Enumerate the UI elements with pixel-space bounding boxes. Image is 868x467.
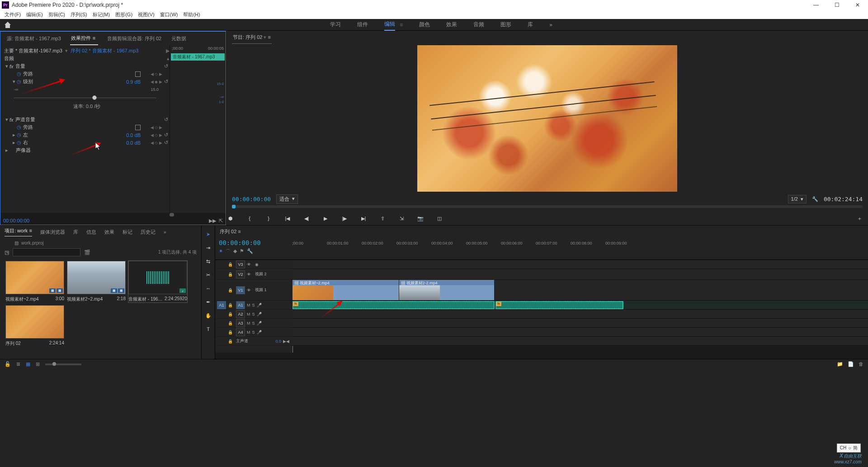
- home-icon[interactable]: [1, 19, 14, 31]
- clapper-icon[interactable]: 🎬: [84, 250, 90, 255]
- ws-graphics[interactable]: 图形: [500, 19, 511, 30]
- ws-overflow[interactable]: »: [549, 20, 552, 30]
- extract-icon[interactable]: ⇲: [397, 216, 406, 222]
- ime-indicator[interactable]: CH ☼ 简: [837, 443, 861, 453]
- comparison-icon[interactable]: ◫: [435, 216, 443, 222]
- timeline-timecode[interactable]: 00:00:00:00: [219, 239, 288, 246]
- menu-window[interactable]: 窗口(W): [157, 11, 181, 18]
- bin-icon[interactable]: ◳: [5, 250, 9, 255]
- marker-icon[interactable]: ◆: [233, 248, 237, 255]
- tab-markers[interactable]: 标记: [123, 229, 132, 236]
- program-fit-select[interactable]: 适合▾: [276, 194, 298, 204]
- step-back-icon[interactable]: ◀|: [302, 216, 311, 222]
- menu-clip[interactable]: 剪辑(C): [46, 11, 68, 18]
- tab-media-browser[interactable]: 媒体浏览器: [40, 229, 65, 236]
- program-monitor[interactable]: [226, 44, 868, 193]
- program-zoom-select[interactable]: 1/2▾: [788, 195, 807, 203]
- pen-tool-icon[interactable]: ✒: [204, 298, 212, 306]
- track-a4-head[interactable]: 🔒A4 MS🎤: [215, 328, 292, 337]
- timeline-tracks[interactable]: ▦ 视频素材~2.mp4 ▦ 视频素材2-2.mp4 fx fx: [292, 260, 868, 353]
- selection-tool-icon[interactable]: ➤: [204, 230, 212, 238]
- sequence-clip-link[interactable]: 序列 02 * 音频素材 - 1967.mp3: [71, 47, 138, 54]
- hand-tool-icon[interactable]: ✋: [204, 311, 212, 320]
- track-v1-head[interactable]: 🔒V1👁视频 1: [215, 280, 292, 301]
- freeform-icon[interactable]: ⊞: [36, 361, 40, 367]
- new-bin-icon[interactable]: 📁: [837, 361, 843, 367]
- level-slider[interactable]: [14, 94, 156, 103]
- snap-icon[interactable]: ⁕: [219, 248, 223, 255]
- wrench-icon[interactable]: 🔧: [247, 248, 253, 255]
- minimize-button[interactable]: —: [806, 0, 826, 10]
- level-value[interactable]: 0.9 dB: [118, 79, 141, 85]
- tab-info[interactable]: 信息: [86, 229, 96, 236]
- track-v3-head[interactable]: 🔒V3👁◉: [215, 260, 292, 269]
- source-export-icon[interactable]: ⇱: [219, 218, 223, 224]
- play-icon[interactable]: ▶: [321, 216, 330, 222]
- program-scrubber[interactable]: [226, 205, 868, 212]
- menu-file[interactable]: 文件(F): [2, 11, 24, 18]
- program-tc-left[interactable]: 00:00:00:00: [232, 196, 271, 203]
- tab-effects[interactable]: 效果: [104, 229, 114, 236]
- project-bin[interactable]: ▦▦ 视频素材~2.mp43:00 ▦▦ 视频素材2~2.mp42:18 ♪ 音…: [0, 257, 201, 359]
- search-input[interactable]: [13, 248, 80, 256]
- bin-item[interactable]: ▦▦ 视频素材~2.mp43:00: [5, 261, 64, 302]
- bin-item[interactable]: 序列 022:24:14: [5, 305, 64, 347]
- track-select-tool-icon[interactable]: ⇥: [204, 244, 212, 252]
- trash-icon[interactable]: 🗑: [859, 361, 863, 367]
- tab-project[interactable]: 项目: work ≡: [5, 227, 32, 236]
- tab-overflow[interactable]: »: [164, 229, 166, 235]
- channel-right[interactable]: ▸◷右 0.0 dB ◀ ◇ ▶↺: [0, 139, 170, 146]
- tab-audio-clip-mixer[interactable]: 音频剪辑混合器: 序列 02: [106, 33, 162, 45]
- fx-panner[interactable]: ▸声像器: [0, 146, 170, 154]
- in-icon[interactable]: {: [245, 216, 254, 221]
- track-v2-head[interactable]: 🔒V2👁视频 2: [215, 269, 292, 280]
- volume-level[interactable]: ▾◷级别 0.9 dB ◀ ◆ ▶↺: [0, 78, 170, 85]
- track-a1-head[interactable]: A1🔒A1 MS🎤: [215, 301, 292, 310]
- clip-audio-1[interactable]: fx: [292, 301, 495, 309]
- program-tc-right[interactable]: 00:02:24:14: [824, 196, 863, 203]
- menu-sequence[interactable]: 序列(S): [68, 11, 90, 18]
- goto-in-icon[interactable]: |◀: [283, 216, 292, 222]
- razor-tool-icon[interactable]: ✂: [204, 271, 212, 279]
- tab-source[interactable]: 源: 音频素材 - 1967.mp3: [6, 33, 62, 45]
- bin-item[interactable]: ▦▦ 视频素材2~2.mp42:18: [67, 261, 126, 302]
- bypass-checkbox[interactable]: [135, 71, 141, 77]
- ws-audio[interactable]: 音频: [473, 19, 484, 30]
- channel-left[interactable]: ▸◷左 0.0 dB ◀ ◇ ▶↺: [0, 131, 170, 139]
- zoom-slider[interactable]: [45, 363, 81, 365]
- tab-libraries[interactable]: 库: [73, 229, 78, 236]
- settings-icon[interactable]: ⚑: [240, 248, 244, 255]
- ws-color[interactable]: 颜色: [419, 19, 430, 30]
- button-editor-icon[interactable]: ＋: [855, 215, 863, 222]
- ws-learn[interactable]: 学习: [330, 19, 341, 30]
- lock-icon[interactable]: 🔓: [5, 361, 11, 367]
- tab-sequence[interactable]: 序列 02 ≡: [220, 228, 241, 235]
- clip-video-1[interactable]: ▦ 视频素材~2.mp4: [292, 280, 399, 300]
- export-frame-icon[interactable]: 📷: [416, 216, 425, 222]
- menu-graphics[interactable]: 图形(G): [113, 11, 135, 18]
- step-fwd-icon[interactable]: |▶: [340, 216, 349, 222]
- ws-editing[interactable]: 编辑: [384, 19, 395, 31]
- maximize-button[interactable]: ☐: [826, 0, 847, 10]
- menu-marker[interactable]: 标记(M): [90, 11, 113, 18]
- icon-view-icon[interactable]: ▦: [26, 361, 30, 367]
- channel-bypass-checkbox[interactable]: [135, 125, 141, 130]
- source-play-icon[interactable]: ▶▶: [209, 218, 216, 224]
- list-view-icon[interactable]: ≣: [16, 361, 20, 367]
- fx-channel-volume[interactable]: ▾fx声道音量 ↺: [0, 116, 170, 123]
- fx-volume[interactable]: ▾fx音量 ↺: [0, 62, 170, 70]
- marker-icon[interactable]: ⬢: [226, 216, 235, 222]
- bin-item[interactable]: ♪ 音频素材 - 196…2:24:25920: [128, 261, 187, 302]
- ws-effects[interactable]: 效果: [446, 19, 457, 30]
- menu-help[interactable]: 帮助(H): [180, 11, 203, 18]
- tab-history[interactable]: 历史记: [141, 229, 156, 236]
- menu-edit[interactable]: 编辑(E): [24, 11, 46, 18]
- clip-video-2[interactable]: ▦ 视频素材2-2.mp4: [399, 280, 494, 300]
- new-item-icon[interactable]: 📄: [848, 361, 854, 367]
- ripple-tool-icon[interactable]: ⇆: [204, 257, 212, 265]
- linked-sel-icon[interactable]: ⌒: [226, 248, 231, 255]
- goto-out-icon[interactable]: ▶|: [359, 216, 368, 222]
- tab-metadata[interactable]: 元数据: [170, 33, 187, 45]
- menu-view[interactable]: 视图(V): [135, 11, 157, 18]
- ws-assembly[interactable]: 组件: [357, 19, 368, 30]
